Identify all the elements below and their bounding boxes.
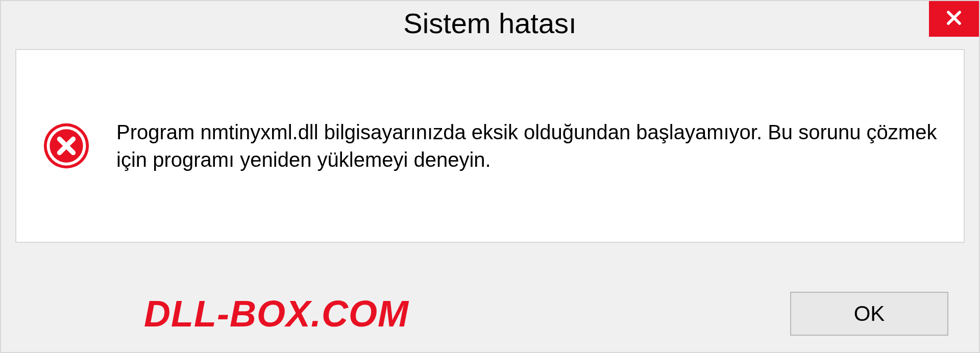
ok-button-label: OK (854, 301, 885, 326)
error-dialog: Sistem hatası Program nmtinyxml.dll bilg… (0, 0, 980, 353)
ok-button[interactable]: OK (790, 292, 948, 336)
titlebar: Sistem hatası (1, 1, 979, 45)
close-icon (944, 8, 964, 30)
dialog-title: Sistem hatası (403, 7, 576, 40)
close-button[interactable] (929, 1, 979, 37)
error-message: Program nmtinyxml.dll bilgisayarınızda e… (116, 118, 938, 173)
watermark-text: DLL-BOX.COM (144, 293, 409, 335)
dialog-footer: DLL-BOX.COM OK (1, 275, 979, 352)
content-panel: Program nmtinyxml.dll bilgisayarınızda e… (15, 49, 965, 243)
error-icon (42, 121, 91, 170)
